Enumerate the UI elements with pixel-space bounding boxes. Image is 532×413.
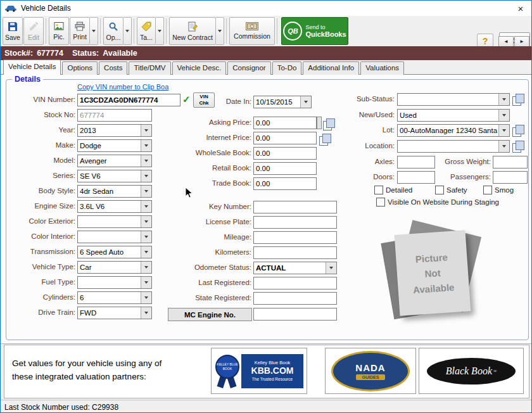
chevron-down-icon[interactable]	[141, 155, 151, 167]
drive-train-combo[interactable]: FWD	[77, 307, 152, 319]
chevron-down-icon[interactable]	[141, 186, 151, 197]
book-lookup-icon[interactable]	[512, 141, 524, 152]
status-label: Status:	[72, 49, 99, 58]
last-registered-input[interactable]	[253, 277, 337, 289]
series-combo[interactable]: SE V6	[77, 170, 152, 182]
chevron-down-icon[interactable]	[141, 231, 151, 243]
date-in-combo[interactable]: 10/15/2015	[253, 96, 312, 108]
safety-checkbox[interactable]: Safety	[435, 186, 467, 194]
save-button[interactable]: Save	[3, 17, 23, 45]
chevron-down-icon[interactable]	[141, 292, 151, 303]
tab-vehicle-details[interactable]: Vehicle Details	[3, 60, 61, 75]
wholesale-book-input[interactable]	[253, 147, 317, 160]
commission-button[interactable]: Commission	[229, 17, 275, 45]
options-dropdown-button[interactable]	[124, 17, 132, 45]
chevron-down-icon[interactable]	[498, 110, 509, 121]
chevron-down-icon[interactable]	[498, 141, 509, 152]
chevron-down-icon[interactable]	[141, 246, 151, 258]
mileage-input[interactable]	[253, 231, 337, 244]
status-value: Available	[103, 49, 137, 58]
kilometers-label: Kilometers:	[169, 248, 251, 256]
tab-consignor[interactable]: Consignor	[227, 61, 270, 75]
vehicle-type-combo[interactable]: Car	[77, 261, 152, 274]
chevron-down-icon[interactable]	[141, 277, 151, 288]
vin-input[interactable]	[77, 94, 180, 106]
picture-button[interactable]: Pic.	[49, 17, 69, 45]
kilometers-input[interactable]	[253, 246, 337, 259]
chevron-down-icon[interactable]	[141, 307, 151, 319]
color-interior-combo[interactable]	[77, 231, 152, 243]
engine-size-combo[interactable]: 3.6L V6	[77, 200, 152, 213]
quickbooks-logo-icon: QB	[283, 22, 302, 41]
year-combo[interactable]: 2013	[77, 124, 152, 137]
tab-options[interactable]: Options	[62, 61, 98, 75]
sub-status-combo[interactable]	[397, 93, 510, 106]
body-style-combo[interactable]: 4dr Sedan	[77, 185, 152, 198]
chevron-down-icon[interactable]	[141, 201, 151, 212]
cylinders-combo[interactable]: 6	[77, 291, 152, 304]
retail-book-input[interactable]	[253, 162, 317, 175]
odometer-status-combo[interactable]: ACTUAL	[253, 262, 337, 274]
chevron-down-icon[interactable]	[141, 140, 151, 151]
nada-logo-button[interactable]: NADA GUIDES	[325, 348, 416, 394]
chevron-down-icon[interactable]	[300, 96, 311, 108]
transmission-combo[interactable]: 6 Speed Auto	[77, 246, 152, 258]
book-lookup-icon[interactable]	[323, 118, 335, 130]
options-button[interactable]: Op...	[103, 17, 124, 45]
black-book-logo-button[interactable]: Black Book®	[419, 348, 524, 394]
chevron-down-icon[interactable]	[141, 125, 151, 136]
tab-costs[interactable]: Costs	[99, 61, 127, 75]
next-record-button[interactable]: ►	[514, 36, 529, 47]
new-used-combo[interactable]: Used	[397, 109, 510, 122]
chevron-down-icon[interactable]	[141, 170, 151, 182]
send-to-quickbooks-button[interactable]: QB Send to QuickBooks	[281, 17, 348, 45]
previous-record-button[interactable]: ◄	[498, 36, 514, 47]
print-dropdown-button[interactable]	[90, 17, 98, 45]
color-exterior-combo[interactable]	[77, 215, 152, 228]
chevron-down-icon[interactable]	[498, 94, 509, 105]
state-registered-input[interactable]	[253, 292, 337, 305]
tasks-button[interactable]: Ta...	[137, 17, 156, 45]
tab-additional-info[interactable]: Additional Info	[303, 61, 359, 75]
location-combo[interactable]	[397, 140, 510, 153]
new-contract-dropdown-button[interactable]	[216, 17, 224, 45]
pencil-icon	[28, 22, 39, 33]
copy-vin-link[interactable]: Copy VIN number to Clip Boa	[77, 83, 168, 91]
chevron-down-icon[interactable]	[326, 262, 336, 274]
car-icon	[4, 4, 17, 12]
tasks-dropdown-button[interactable]	[156, 17, 164, 45]
toolbar-separator	[166, 18, 167, 44]
book-lookup-icon[interactable]	[512, 125, 524, 136]
tab-to-do[interactable]: To-Do	[272, 61, 302, 75]
fuel-type-combo[interactable]	[77, 276, 152, 289]
key-number-input[interactable]	[253, 201, 337, 213]
license-plate-input[interactable]	[253, 216, 337, 229]
asking-price-ellipsis-button[interactable]	[317, 117, 322, 129]
picture-not-available-placeholder[interactable]: Picture Not Available	[378, 222, 495, 333]
chevron-down-icon[interactable]	[141, 262, 151, 273]
passengers-input[interactable]	[493, 171, 528, 184]
make-combo[interactable]: Dodge	[77, 139, 152, 152]
chevron-down-icon[interactable]	[498, 125, 509, 136]
close-icon[interactable]: ×	[510, 1, 531, 16]
internet-price-input[interactable]	[253, 132, 317, 144]
trade-book-input[interactable]	[253, 177, 317, 190]
visible-on-website-checkbox[interactable]: Visible On Website During Staging	[376, 198, 499, 206]
chevron-down-icon[interactable]	[141, 216, 151, 227]
detailed-checkbox[interactable]: Detailed	[374, 186, 412, 194]
tab-vehicle-desc[interactable]: Vehicle Desc.	[172, 61, 227, 75]
lot-combo[interactable]: 00-AutoManager 12340 Santa Mo	[397, 124, 510, 137]
tab-title-dmv[interactable]: Title/DMV	[129, 61, 170, 75]
smog-checkbox[interactable]: Smog	[483, 186, 514, 194]
model-combo[interactable]: Avenger	[77, 155, 152, 167]
mc-engine-no-button[interactable]: MC Engine No.	[168, 308, 252, 321]
asking-price-input[interactable]	[253, 117, 317, 129]
gross-weight-input[interactable]	[493, 156, 528, 168]
kbb-logo-button[interactable]: KELLEY BLUE BOOK Kelley Blue Book KBB.CO…	[211, 348, 307, 394]
print-button[interactable]: Print	[70, 17, 90, 45]
book-lookup-icon[interactable]	[319, 134, 331, 145]
new-contract-button[interactable]: New Contract	[169, 17, 216, 45]
mc-engine-no-input[interactable]	[253, 308, 337, 321]
book-lookup-icon[interactable]	[512, 94, 524, 105]
tab-valuations[interactable]: Valuations	[360, 61, 404, 75]
